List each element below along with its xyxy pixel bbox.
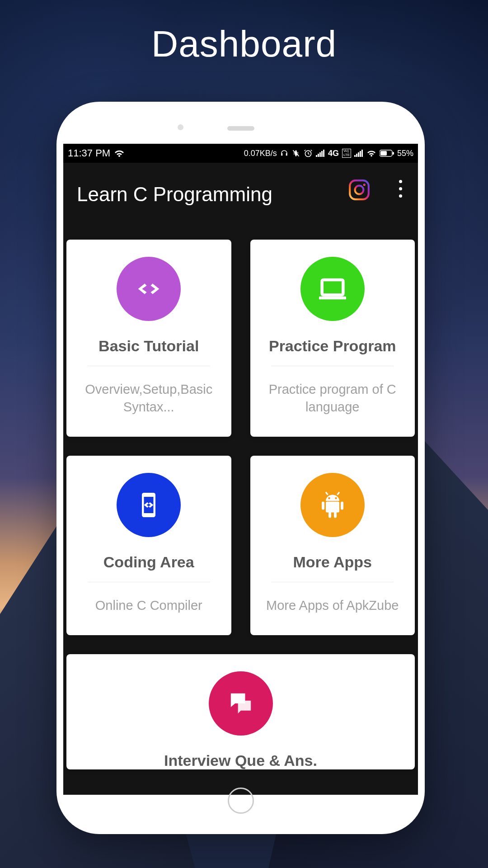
wifi-icon	[114, 149, 125, 158]
app-header: Learn C Programming	[63, 163, 418, 226]
card-title: More Apps	[293, 553, 372, 571]
laptop-icon	[300, 257, 365, 321]
svg-rect-16	[326, 502, 339, 513]
vibrate-icon	[291, 149, 300, 158]
home-button[interactable]	[228, 788, 254, 814]
card-title: Interview Que & Ans.	[164, 752, 317, 769]
card-basic-tutorial[interactable]: Basic Tutorial Overview,Setup,Basic Synt…	[66, 240, 231, 437]
svg-rect-8	[322, 280, 343, 295]
card-practice-program[interactable]: Practice Program Practice program of C l…	[250, 240, 415, 437]
svg-rect-19	[328, 512, 331, 518]
svg-line-15	[337, 492, 339, 495]
svg-rect-4	[393, 152, 394, 155]
card-description: Online C Compiler	[95, 597, 202, 614]
svg-point-7	[363, 184, 366, 186]
signal-icon	[316, 150, 325, 157]
svg-point-12	[328, 497, 330, 500]
card-description: Practice program of C language	[263, 381, 403, 416]
svg-rect-3	[380, 151, 387, 156]
svg-rect-20	[334, 512, 337, 518]
card-more-apps[interactable]: More Apps More Apps of ApkZube	[250, 456, 415, 635]
phone-mockup: 11:37 PM 0.07KB/s 4G Vo)LTE 55% Learn C …	[56, 102, 425, 834]
signal-icon-2	[354, 150, 363, 157]
status-bar: 11:37 PM 0.07KB/s 4G Vo)LTE 55%	[63, 144, 418, 163]
card-description: Overview,Setup,Basic Syntax...	[79, 381, 219, 416]
chat-icon	[209, 671, 273, 736]
instagram-icon[interactable]	[348, 179, 371, 201]
status-network: 4G	[328, 149, 339, 158]
status-battery: 55%	[397, 149, 413, 158]
code-icon	[117, 257, 181, 321]
svg-point-13	[335, 497, 337, 500]
svg-rect-5	[350, 180, 369, 199]
status-time: 11:37 PM	[68, 147, 110, 159]
phone-screen: 11:37 PM 0.07KB/s 4G Vo)LTE 55% Learn C …	[63, 144, 418, 795]
wifi-icon-2	[366, 149, 376, 157]
svg-point-6	[355, 186, 364, 194]
android-icon	[300, 473, 365, 537]
card-interview-qa[interactable]: Interview Que & Ans.	[66, 654, 415, 769]
status-data-rate: 0.07KB/s	[244, 149, 277, 158]
card-description: More Apps of ApkZube	[266, 597, 399, 614]
device-code-icon	[117, 473, 181, 537]
menu-dots-icon[interactable]	[399, 180, 402, 198]
status-volte: Vo)LTE	[342, 149, 351, 158]
card-title: Practice Program	[269, 337, 396, 355]
svg-rect-18	[341, 502, 343, 510]
card-title: Coding Area	[103, 553, 194, 571]
card-title: Basic Tutorial	[99, 337, 199, 355]
header-title: Learn C Programming	[77, 183, 272, 206]
card-coding-area[interactable]: Coding Area Online C Compiler	[66, 456, 231, 635]
svg-rect-9	[319, 297, 346, 300]
battery-icon	[380, 150, 394, 157]
page-title: Dashboard	[0, 23, 488, 65]
svg-rect-17	[322, 502, 324, 510]
svg-line-14	[326, 492, 328, 495]
headphones-icon	[280, 149, 288, 157]
alarm-icon	[304, 149, 313, 158]
